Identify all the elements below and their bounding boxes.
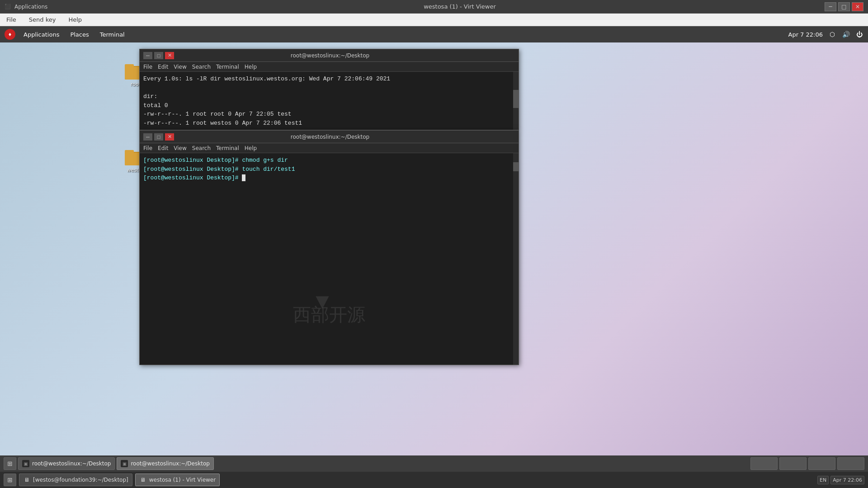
terminal-1-close-button[interactable]: ✕ (165, 52, 174, 59)
terminal-1-menu-help[interactable]: Help (245, 64, 257, 70)
host-menu-help[interactable]: Help (66, 15, 85, 24)
terminal-1-maximize-button[interactable]: □ (154, 52, 163, 59)
vm-panel-datetime: Apr 7 22:06 (788, 31, 823, 38)
terminal-2-body[interactable]: [root@westoslinux Desktop]# chmod g+s di… (140, 153, 519, 365)
vm-task2-icon: ▣ (121, 460, 128, 467)
vm-desktop: ♦ Applications Places Terminal Apr 7 22:… (0, 26, 868, 472)
host-menu-sendkey[interactable]: Send key (26, 15, 59, 24)
terminal-2-line-2: [root@westoslinux Desktop]# (143, 174, 515, 183)
terminal-1-line-5: -rw-r--r--. 1 root westos 0 Apr 7 22:06 … (143, 119, 515, 128)
host-titlebar: ⬛ Applications westosa (1) - Virt Viewer… (0, 0, 868, 14)
terminal-2-menu-terminal[interactable]: Terminal (216, 145, 239, 151)
host-window-title: westosa (1) - Virt Viewer (95, 3, 825, 10)
terminal-2-line-1: [root@westoslinux Desktop]# touch dir/te… (143, 165, 515, 174)
host-taskbar-desktop-label: [westos@foundation39:~/Desktop] (33, 477, 128, 483)
vm-taskbar-right (750, 457, 864, 470)
terminal-1-menu-file[interactable]: File (143, 64, 152, 70)
vm-taskbar-right-btn2[interactable] (779, 457, 807, 470)
terminal-1-menu-terminal[interactable]: Terminal (216, 64, 239, 70)
vm-task1-icon: ▣ (22, 460, 29, 467)
terminal-2-title: root@westoslinux:~/Desktop (174, 134, 486, 140)
watermark-arrow: ▼ (316, 286, 329, 319)
vm-taskbar-show-desktop[interactable]: ⊞ (4, 457, 16, 470)
terminal-1-line-3: total 0 (143, 101, 515, 110)
terminal-2-window-controls: ─ □ ✕ (143, 133, 174, 141)
vm-panel-network-icon[interactable]: ⬡ (828, 30, 836, 38)
terminal-2-close-button[interactable]: ✕ (165, 133, 174, 141)
terminal-2-line-0: [root@westoslinux Desktop]# chmod g+s di… (143, 156, 515, 165)
host-titlebar-left: ⬛ Applications (5, 4, 95, 10)
vm-taskbar-right-btn1[interactable] (750, 457, 778, 470)
terminal-2-scrollbar[interactable] (513, 153, 519, 365)
vm-panel-terminal[interactable]: Terminal (97, 30, 127, 39)
terminal-1-scrollbar-thumb (513, 90, 519, 108)
host-taskbar-desktop-icon: 🖥 (23, 476, 30, 483)
vm-taskbar-right-btn4[interactable] (837, 457, 864, 470)
vm-panel-power-icon[interactable]: ⏻ (855, 30, 863, 38)
vm-taskbar-task1[interactable]: ▣ root@westoslinux:~/Desktop (18, 457, 115, 470)
vm-taskbar-task2[interactable]: ▣ root@westoslinux:~/Desktop (117, 457, 213, 470)
host-app-indicator: ⬛ (5, 4, 11, 9)
host-maximize-button[interactable]: □ (838, 2, 850, 11)
terminal-2-menubar: File Edit View Search Terminal Help (140, 143, 519, 153)
vm-task2-label: root@westoslinux:~/Desktop (131, 460, 209, 467)
host-minimize-button[interactable]: ─ (825, 2, 836, 11)
terminal-2-minimize-button[interactable]: ─ (143, 133, 152, 141)
host-taskbar-virt-icon: 🖥 (139, 476, 146, 483)
host-window-controls: ─ □ ✕ (825, 2, 863, 11)
vm-panel-volume-icon[interactable]: 🔊 (842, 30, 850, 38)
host-taskbar-right: EN Apr 7 22:06 (817, 476, 864, 484)
host-taskbar-virt-btn[interactable]: 🖥 westosa (1) - Virt Viewer (135, 474, 220, 486)
terminal-window-1: ─ □ ✕ root@westoslinux:~/Desktop File Ed… (139, 49, 519, 130)
vm-panel-applications[interactable]: Applications (21, 30, 62, 39)
terminal-1-line-1 (143, 84, 515, 93)
host-menu-file[interactable]: File (4, 15, 19, 24)
terminal-2-titlebar[interactable]: ─ □ ✕ root@westoslinux:~/Desktop (140, 131, 519, 143)
terminal-1-menu-view[interactable]: View (174, 64, 186, 70)
vm-panel-places[interactable]: Places (67, 30, 91, 39)
vm-taskbar-right-btn3[interactable] (808, 457, 835, 470)
host-taskbar-virt-label: westosa (1) - Virt Viewer (149, 477, 216, 483)
terminal-2-scrollbar-thumb (513, 162, 519, 171)
terminal-window-2: ─ □ ✕ root@westoslinux:~/Desktop File Ed… (139, 130, 519, 365)
host-keyboard-indicator[interactable]: EN (817, 476, 829, 484)
terminal-1-menu-edit[interactable]: Edit (158, 64, 168, 70)
terminal-1-titlebar[interactable]: ─ □ ✕ root@westoslinux:~/Desktop (140, 49, 519, 62)
host-taskbar-desktop-btn[interactable]: 🖥 [westos@foundation39:~/Desktop] (19, 474, 132, 486)
terminal-1-menu-search[interactable]: Search (192, 64, 211, 70)
vm-panel-right: Apr 7 22:06 ⬡ 🔊 ⏻ (788, 30, 864, 38)
terminal-2-menu-view[interactable]: View (174, 145, 186, 151)
host-taskbar-datetime: Apr 7 22:06 (830, 476, 864, 484)
terminal-1-body[interactable]: Every 1.0s: ls -lR dir westoslinux.westo… (140, 72, 519, 130)
vm-panel-logo: ♦ (5, 29, 15, 40)
terminal-2-menu-help[interactable]: Help (245, 145, 257, 151)
terminal-1-minimize-button[interactable]: ─ (143, 52, 152, 59)
terminal-2-menu-edit[interactable]: Edit (158, 145, 168, 151)
terminal-1-menubar: File Edit View Search Terminal Help (140, 62, 519, 72)
host-close-button[interactable]: ✕ (852, 2, 863, 11)
terminal-1-line-4: -rw-r--r--. 1 root root 0 Apr 7 22:05 te… (143, 110, 515, 119)
terminal-1-title: root@westoslinux:~/Desktop (174, 52, 486, 59)
terminal-1-window-controls: ─ □ ✕ (143, 52, 174, 59)
terminal-2-menu-search[interactable]: Search (192, 145, 211, 151)
terminal-1-line-0: Every 1.0s: ls -lR dir westoslinux.westo… (143, 75, 515, 84)
terminal-1-scrollbar[interactable] (513, 72, 519, 130)
terminal-2-menu-file[interactable]: File (143, 145, 152, 151)
vm-task1-label: root@westoslinux:~/Desktop (32, 460, 111, 467)
host-taskbar-app-icon[interactable]: ⊞ (4, 474, 16, 486)
terminal-2-maximize-button[interactable]: □ (154, 133, 163, 141)
vm-panel: ♦ Applications Places Terminal Apr 7 22:… (0, 26, 868, 42)
host-taskbar-app-icon-glyph: ⊞ (7, 476, 13, 483)
vm-taskbar: ⊞ ▣ root@westoslinux:~/Desktop ▣ root@we… (0, 455, 868, 472)
host-menubar: File Send key Help (0, 14, 868, 26)
host-taskbar: ⊞ 🖥 [westos@foundation39:~/Desktop] 🖥 we… (0, 472, 868, 488)
host-app-label: Applications (14, 4, 47, 10)
terminal-1-line-2: dir: (143, 92, 515, 101)
